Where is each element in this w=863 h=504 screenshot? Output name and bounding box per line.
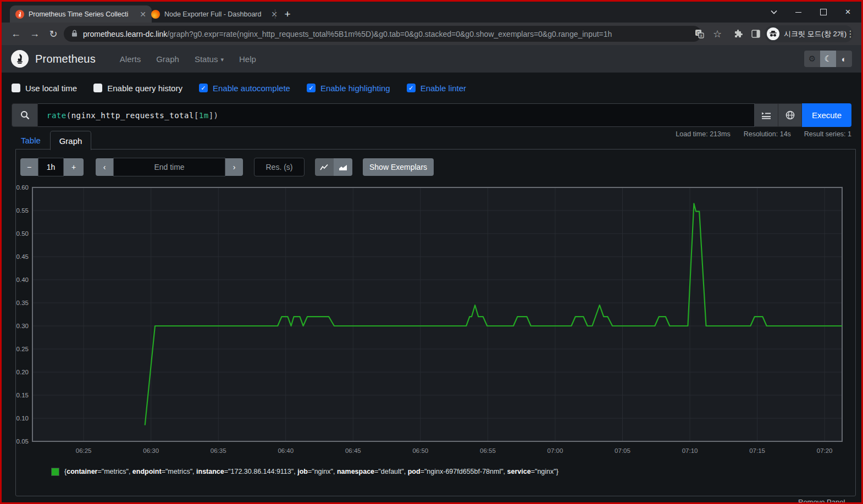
nav-link-graph[interactable]: Graph (156, 54, 179, 64)
x-tick-label: 06:30 (143, 447, 159, 454)
x-tick-label: 06:50 (412, 447, 428, 454)
window-maximize-button[interactable] (811, 2, 836, 23)
chevron-down-icon: ▾ (220, 56, 224, 63)
line-chart-mode-icon[interactable] (315, 158, 334, 176)
duration-input[interactable]: 1h (38, 158, 64, 176)
browser-tab-prometheus[interactable]: Prometheus Time Series Collecti ✕ (10, 5, 152, 23)
graph-controls: − 1h + ‹ End time › Res. (s) Show Exempl… (20, 158, 434, 176)
window-close-button[interactable]: × (836, 2, 860, 23)
duration-increase-button[interactable]: + (64, 158, 84, 176)
url-path: /graph?g0.expr=rate(nginx_http_requests_… (167, 30, 612, 38)
query-options-row: Use local timeEnable query history✓Enabl… (12, 73, 851, 103)
forward-icon[interactable]: → (26, 23, 43, 45)
option-label: Enable query history (107, 84, 182, 93)
theme-auto-gear-icon[interactable]: ⚙ (804, 51, 820, 67)
search-icon (12, 103, 38, 127)
url-bar[interactable]: prometheus.learn-dc.link/graph?g0.expr=r… (64, 26, 701, 42)
load-time: Load time: 213ms (676, 130, 730, 138)
option-enable-highlighting[interactable]: ✓Enable highlighting (307, 84, 390, 93)
end-time-input[interactable]: End time (113, 158, 225, 176)
duration-decrease-button[interactable]: − (20, 158, 38, 176)
end-time-back-chevron[interactable]: ‹ (96, 158, 113, 176)
query-bar: rate(nginx_http_requests_total[1m]) Exec… (12, 103, 851, 127)
bookmark-star-icon[interactable]: ☆ (709, 23, 726, 45)
theme-dark-moon-icon[interactable]: ☾ (820, 51, 836, 67)
query-token-paren: ] (209, 111, 214, 120)
query-token-function: rate (47, 111, 67, 120)
extensions-puzzle-icon[interactable] (729, 23, 747, 45)
y-tick-label: 0.40 (16, 276, 29, 283)
checkbox-use-local-time[interactable] (12, 84, 20, 92)
x-tick-label: 07:20 (817, 447, 833, 454)
nav-link-alerts[interactable]: Alerts (120, 54, 141, 64)
plot-background (32, 187, 842, 441)
browser-menu-kebab-icon[interactable]: ⋮ (843, 23, 858, 45)
y-tick-label: 0.20 (16, 369, 29, 375)
prometheus-logo[interactable] (11, 50, 29, 68)
query-tree-view-icon[interactable] (755, 103, 778, 127)
resolution-input[interactable]: Res. (s) (254, 158, 305, 176)
browser-tabstrip: Prometheus Time Series Collecti ✕ Node E… (2, 2, 861, 23)
y-tick-label: 0.10 (16, 415, 29, 422)
grafana-favicon (151, 10, 160, 19)
browser-window: Prometheus Time Series Collecti ✕ Node E… (2, 2, 861, 502)
query-expression-input[interactable]: rate(nginx_http_requests_total[1m]) (38, 103, 755, 127)
checkbox-enable-autocomplete[interactable]: ✓ (199, 84, 208, 92)
browser-tab-grafana[interactable]: Node Exporter Full - Dashboard ✕ (146, 5, 283, 23)
option-enable-linter[interactable]: ✓Enable linter (407, 84, 466, 93)
query-token-metric: nginx_http_requests_total (71, 111, 194, 120)
back-icon[interactable]: ← (7, 23, 25, 45)
tab-title: Node Exporter Full - Dashboard (164, 10, 268, 18)
checkbox-enable-linter[interactable]: ✓ (407, 84, 416, 92)
y-tick-label: 0.50 (16, 230, 29, 237)
query-token-duration: 1m (199, 111, 209, 120)
side-panel-icon[interactable] (747, 23, 765, 45)
x-tick-label: 06:55 (480, 447, 496, 454)
nav-link-status[interactable]: Status▾ (195, 54, 224, 64)
metrics-explorer-globe-icon[interactable] (778, 103, 802, 127)
incognito-label: 시크릿 모드(창 2개) (784, 29, 847, 39)
translate-icon[interactable]: Ga (690, 23, 708, 45)
y-tick-label: 0.25 (16, 346, 29, 352)
prometheus-navbar: Prometheus AlertsGraphStatus▾Help ⚙ ☾ ◐ (2, 45, 861, 73)
x-tick-label: 07:15 (749, 447, 765, 454)
series-legend[interactable]: {container="metrics", endpoint="metrics"… (52, 467, 558, 477)
remove-panel-button[interactable]: Remove Panel (798, 498, 845, 502)
tab-search-icon[interactable] (761, 2, 786, 23)
stacked-chart-mode-icon[interactable] (334, 158, 352, 176)
y-tick-label: 0.30 (16, 323, 29, 329)
y-tick-label: 0.35 (16, 300, 29, 306)
theme-light-contrast-icon[interactable]: ◐ (836, 51, 852, 67)
browser-toolbar: ← → ↻ prometheus.learn-dc.link/graph?g0.… (2, 23, 861, 45)
incognito-badge[interactable]: 시크릿 모드(창 2개) (765, 25, 853, 42)
nav-link-help[interactable]: Help (239, 54, 256, 64)
x-tick-label: 07:00 (547, 447, 563, 454)
tab-graph[interactable]: Graph (50, 131, 91, 150)
prometheus-favicon (15, 10, 24, 19)
new-tab-button[interactable]: + (280, 7, 295, 22)
tab-table[interactable]: Table (21, 136, 41, 145)
window-controls: × (761, 2, 860, 23)
y-tick-label: 0.45 (16, 253, 29, 260)
option-enable-query-history[interactable]: Enable query history (93, 84, 182, 93)
query-token-paren: ) (214, 111, 219, 120)
url-domain: prometheus.learn-dc.link (83, 30, 167, 38)
result-series: Result series: 1 (804, 130, 851, 138)
window-minimize-button[interactable] (786, 2, 811, 23)
option-label: Enable highlighting (320, 84, 390, 93)
nav-links: AlertsGraphStatus▾Help (112, 54, 264, 64)
x-tick-label: 06:45 (345, 447, 361, 454)
show-exemplars-button[interactable]: Show Exemplars (363, 158, 434, 176)
option-enable-autocomplete[interactable]: ✓Enable autocomplete (199, 84, 290, 93)
checkbox-enable-highlighting[interactable]: ✓ (307, 84, 316, 92)
time-series-chart[interactable]: 0.600.550.500.450.400.350.300.250.200.15… (16, 183, 851, 461)
x-tick-label: 07:05 (615, 447, 630, 454)
query-token-paren: [ (194, 111, 199, 120)
option-use-local-time[interactable]: Use local time (12, 84, 77, 93)
checkbox-enable-query-history[interactable] (93, 84, 102, 92)
graph-panel: − 1h + ‹ End time › Res. (s) Show Exempl… (15, 149, 856, 496)
brand-title[interactable]: Prometheus (35, 53, 96, 65)
reload-icon[interactable]: ↻ (45, 23, 62, 45)
execute-button[interactable]: Execute (802, 103, 851, 127)
end-time-forward-chevron[interactable]: › (225, 158, 243, 176)
